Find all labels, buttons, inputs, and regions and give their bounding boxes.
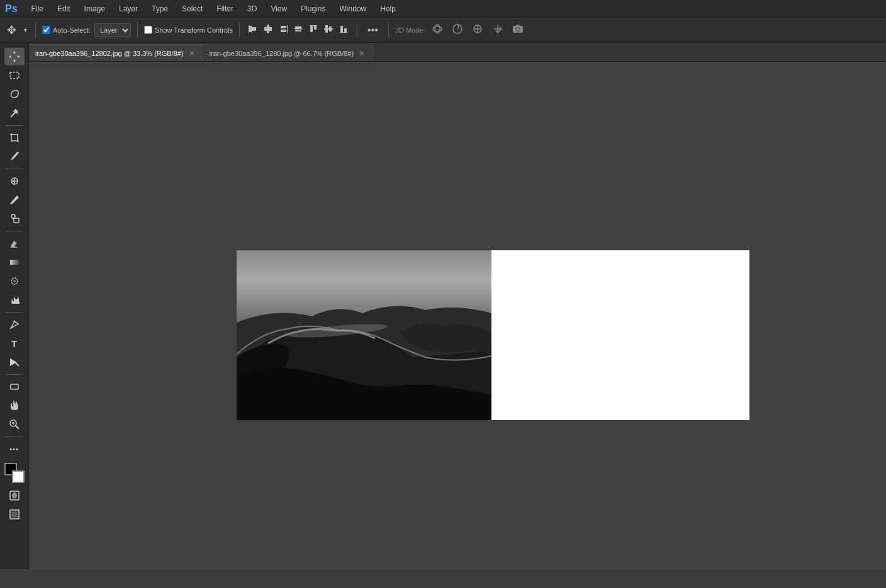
tool-screen-mode[interactable]: [4, 506, 25, 523]
align-top-icon[interactable]: [306, 23, 320, 37]
show-transform-checkbox[interactable]: [144, 26, 152, 34]
menu-file[interactable]: File: [29, 3, 46, 14]
tool-brush[interactable]: [4, 191, 25, 209]
tool-eraser[interactable]: [4, 235, 25, 252]
align-bottom-icon[interactable]: [337, 23, 350, 37]
svg-rect-20: [340, 32, 347, 33]
tool-lasso[interactable]: [4, 86, 25, 103]
tool-pen[interactable]: [4, 316, 25, 333]
tool-more[interactable]: •••: [4, 440, 25, 458]
3d-mode-label: 3D Mode:: [395, 26, 425, 34]
tool-zoom[interactable]: [4, 416, 25, 433]
svg-rect-48: [11, 384, 18, 389]
menu-select[interactable]: Select: [179, 3, 205, 14]
svg-marker-35: [13, 109, 18, 114]
tool-separator-5: [6, 374, 23, 375]
workspace[interactable]: [29, 62, 886, 569]
tool-blur[interactable]: [4, 272, 25, 290]
canvas-white-area: [491, 250, 749, 420]
canvas-image-area: [237, 250, 491, 420]
tool-burn[interactable]: [4, 291, 25, 309]
menu-help[interactable]: Help: [378, 3, 398, 14]
align-center-icon[interactable]: [261, 23, 275, 37]
align-vert-center-icon[interactable]: [322, 23, 335, 37]
auto-select-checkbox[interactable]: [42, 26, 50, 34]
tool-stamp[interactable]: [4, 210, 25, 228]
menu-type[interactable]: Type: [149, 3, 171, 14]
tool-shape[interactable]: [4, 378, 25, 396]
svg-point-21: [433, 26, 442, 31]
svg-point-54: [12, 492, 17, 499]
3d-pan-icon[interactable]: [469, 21, 486, 38]
svg-rect-0: [249, 26, 252, 32]
toolbar-separator-3: [239, 23, 240, 38]
menu-plugins[interactable]: Plugins: [298, 3, 328, 14]
tool-text[interactable]: T: [4, 335, 25, 352]
layer-dropdown[interactable]: Layer: [94, 23, 131, 37]
svg-rect-17: [324, 28, 333, 30]
left-sidebar: T •••: [0, 43, 29, 569]
svg-rect-2: [249, 25, 249, 33]
svg-marker-31: [9, 55, 11, 58]
color-swatches[interactable]: [4, 463, 25, 483]
show-transform-text: Show Transform Controls: [155, 26, 233, 34]
3d-camera-icon[interactable]: [510, 21, 526, 38]
menu-image[interactable]: Image: [82, 3, 108, 14]
background-color[interactable]: [12, 470, 25, 483]
menu-bar: Ps File Edit Image Layer Type Select Fil…: [0, 0, 886, 18]
tab-document-2[interactable]: iran-gbe30aa396_1280.jpg @ 66.7% (RGB/8#…: [203, 45, 374, 61]
svg-rect-40: [14, 218, 19, 223]
tool-healing[interactable]: [4, 172, 25, 190]
svg-point-39: [11, 214, 15, 218]
app-logo: Ps: [5, 3, 18, 14]
svg-rect-10: [295, 30, 301, 31]
auto-select-label[interactable]: Auto-Select:: [42, 26, 91, 34]
tab-1-close[interactable]: ✕: [188, 49, 196, 58]
svg-line-50: [16, 426, 19, 429]
menu-filter[interactable]: Filter: [214, 3, 236, 14]
menu-view[interactable]: View: [268, 3, 289, 14]
align-left-icon[interactable]: [246, 23, 260, 37]
svg-rect-12: [310, 26, 313, 32]
show-transform-label[interactable]: Show Transform Controls: [144, 26, 233, 34]
svg-rect-6: [281, 26, 286, 28]
svg-rect-19: [344, 28, 347, 32]
tool-eyedropper[interactable]: [4, 148, 25, 165]
align-horiz-center-icon[interactable]: [291, 23, 305, 37]
toolbar: ✥ ▾ Auto-Select: Layer Show Transform Co…: [0, 18, 886, 43]
menu-3d[interactable]: 3D: [245, 3, 259, 14]
tool-move[interactable]: [4, 48, 25, 65]
tool-gradient[interactable]: [4, 253, 25, 271]
tool-marquee[interactable]: [4, 67, 25, 84]
tab-2-close[interactable]: ✕: [357, 49, 366, 58]
align-right-icon[interactable]: [276, 23, 290, 37]
menu-edit[interactable]: Edit: [55, 3, 73, 14]
toolbar-separator-5: [388, 23, 389, 38]
tool-separator-2: [6, 169, 23, 169]
tool-hand[interactable]: [4, 397, 25, 414]
svg-marker-29: [13, 51, 16, 53]
svg-line-47: [15, 362, 19, 366]
svg-rect-43: [10, 260, 19, 265]
tool-path-select[interactable]: [4, 353, 25, 371]
svg-rect-33: [10, 72, 19, 79]
tool-magic-wand[interactable]: [4, 104, 25, 122]
tab-document-1[interactable]: iran-gbe30aa396_12802.jpg @ 33.3% (RGB/8…: [29, 45, 203, 61]
toolbar-more-button[interactable]: •••: [364, 23, 382, 37]
canvas-area: iran-gbe30aa396_12802.jpg @ 33.3% (RGB/8…: [29, 43, 886, 569]
menu-window[interactable]: Window: [337, 3, 369, 14]
move-tool-dropdown[interactable]: ▾: [22, 25, 29, 35]
menu-layer[interactable]: Layer: [116, 3, 140, 14]
svg-rect-5: [267, 25, 269, 33]
tool-separator-6: [6, 436, 23, 437]
toolbar-separator-2: [137, 23, 138, 38]
svg-point-22: [435, 25, 440, 33]
move-tool-icon[interactable]: ✥: [5, 22, 18, 38]
tab-2-label: iran-gbe30aa396_1280.jpg @ 66.7% (RGB/8#…: [210, 50, 354, 57]
tool-crop[interactable]: [4, 129, 25, 147]
3d-slide-icon[interactable]: [490, 21, 506, 38]
3d-rotate-icon[interactable]: [449, 21, 466, 38]
tool-mask[interactable]: [4, 487, 25, 504]
svg-rect-18: [340, 26, 343, 32]
3d-orbit-icon[interactable]: [429, 21, 446, 38]
